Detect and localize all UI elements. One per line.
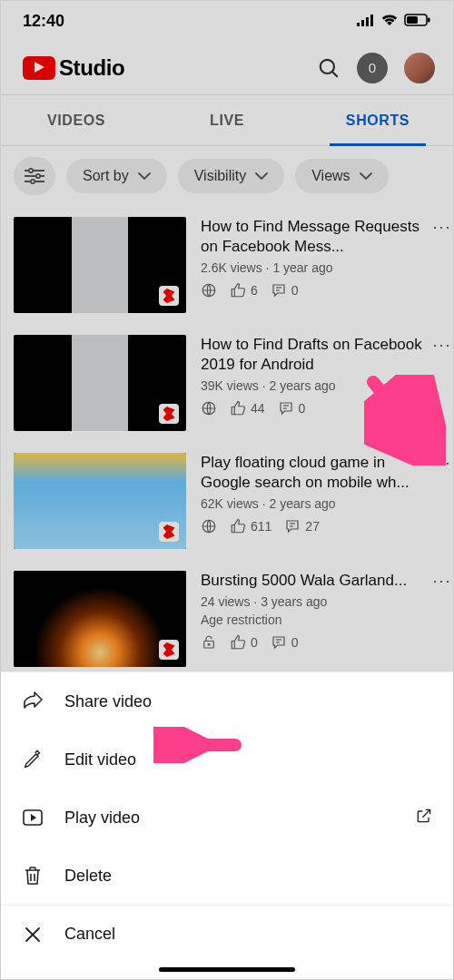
svg-point-25 (208, 643, 210, 645)
svg-rect-5 (407, 16, 418, 24)
video-more-button[interactable]: ⋮ (439, 573, 446, 591)
shorts-badge-icon (159, 404, 179, 424)
video-title: How to Find Drafts on Facebook 2019 for … (201, 335, 424, 375)
trash-icon (21, 866, 44, 886)
video-metrics: 6 0 (201, 282, 424, 299)
pencil-icon (21, 750, 44, 769)
video-more-button[interactable]: ⋮ (439, 219, 446, 237)
video-thumbnail (14, 453, 186, 549)
video-more-button[interactable]: ⋮ (439, 337, 446, 355)
comment-icon (271, 634, 287, 651)
like-icon (230, 400, 246, 416)
filter-settings-button[interactable] (14, 157, 55, 195)
video-thumbnail (14, 335, 186, 431)
video-row[interactable]: Bursting 5000 Wala Garland... 24 views ·… (1, 560, 453, 678)
annotation-arrow (364, 375, 446, 466)
account-avatar[interactable] (404, 53, 435, 83)
lock-icon (201, 634, 217, 651)
notification-badge[interactable]: 0 (357, 53, 388, 83)
svg-rect-1 (361, 20, 364, 26)
svg-point-7 (321, 59, 334, 73)
delete-video-button[interactable]: Delete (1, 847, 453, 905)
video-restriction: Age restriction (201, 612, 424, 627)
video-stats: 62K views · 2 years ago (201, 496, 424, 511)
filter-row: Sort by Visibility Views (1, 146, 453, 206)
video-metrics: 0 0 (201, 634, 424, 651)
comment-icon (271, 282, 287, 299)
external-link-icon (415, 807, 433, 829)
svg-line-8 (332, 71, 338, 76)
video-stats: 24 views · 3 years ago (201, 594, 424, 609)
sheet-label: Delete (64, 867, 112, 886)
svg-rect-3 (370, 15, 373, 26)
chevron-down-icon (138, 172, 151, 181)
comment-icon (278, 400, 294, 416)
battery-icon (404, 12, 431, 31)
action-sheet: Share video Edit video Play video Delete (1, 671, 453, 979)
svg-line-31 (373, 382, 428, 447)
svg-rect-0 (357, 23, 360, 26)
shorts-badge-icon (159, 522, 179, 542)
youtube-studio-logo[interactable]: Studio (23, 55, 124, 81)
content-tabs: VIDEOS LIVE SHORTS (1, 95, 453, 146)
status-time: 12:40 (23, 12, 64, 31)
svg-point-14 (31, 180, 35, 183)
play-video-button[interactable]: Play video (1, 789, 453, 847)
globe-icon (201, 282, 217, 299)
chevron-down-icon (360, 172, 372, 181)
video-thumbnail (14, 571, 186, 667)
svg-rect-6 (428, 17, 430, 22)
share-icon (21, 691, 44, 711)
cancel-button[interactable]: Cancel (1, 905, 453, 963)
sheet-label: Share video (64, 692, 152, 711)
video-thumbnail (14, 217, 186, 313)
cellular-icon (357, 12, 375, 31)
status-indicators (357, 12, 431, 31)
comment-icon (284, 518, 301, 534)
video-stats: 2.6K views · 1 year ago (201, 260, 424, 275)
sheet-label: Edit video (64, 750, 136, 769)
views-filter-button[interactable]: Views (295, 159, 388, 193)
like-icon (230, 634, 246, 651)
svg-rect-2 (366, 17, 369, 26)
sort-by-button[interactable]: Sort by (66, 159, 167, 193)
globe-icon (201, 400, 217, 416)
like-icon (230, 282, 246, 299)
close-icon (21, 926, 44, 944)
search-button[interactable] (317, 56, 340, 80)
tab-shorts[interactable]: SHORTS (302, 95, 453, 145)
share-video-button[interactable]: Share video (1, 672, 453, 730)
home-indicator (159, 967, 295, 972)
status-bar: 12:40 (1, 1, 453, 41)
video-title: How to Find Message Requests on Facebook… (201, 217, 424, 257)
chevron-down-icon (255, 172, 268, 181)
tab-live[interactable]: LIVE (152, 95, 302, 145)
svg-point-10 (29, 169, 33, 172)
globe-icon (201, 518, 217, 534)
video-metrics: 611 27 (201, 518, 424, 534)
sheet-label: Cancel (64, 925, 115, 944)
wifi-icon (380, 12, 399, 31)
video-title: Bursting 5000 Wala Garland... (201, 571, 424, 591)
tab-videos[interactable]: VIDEOS (1, 95, 152, 145)
annotation-arrow (153, 727, 244, 763)
svg-rect-24 (204, 642, 214, 649)
youtube-icon (23, 56, 55, 80)
video-row[interactable]: How to Find Message Requests on Facebook… (1, 206, 453, 324)
play-icon (21, 808, 44, 827)
svg-point-12 (36, 174, 40, 178)
shorts-badge-icon (159, 286, 179, 306)
sheet-label: Play video (64, 808, 140, 828)
app-header: Studio 0 (1, 41, 453, 95)
visibility-filter-button[interactable]: Visibility (178, 159, 285, 193)
shorts-badge-icon (159, 640, 179, 660)
app-name: Studio (59, 55, 124, 81)
like-icon (230, 518, 246, 534)
